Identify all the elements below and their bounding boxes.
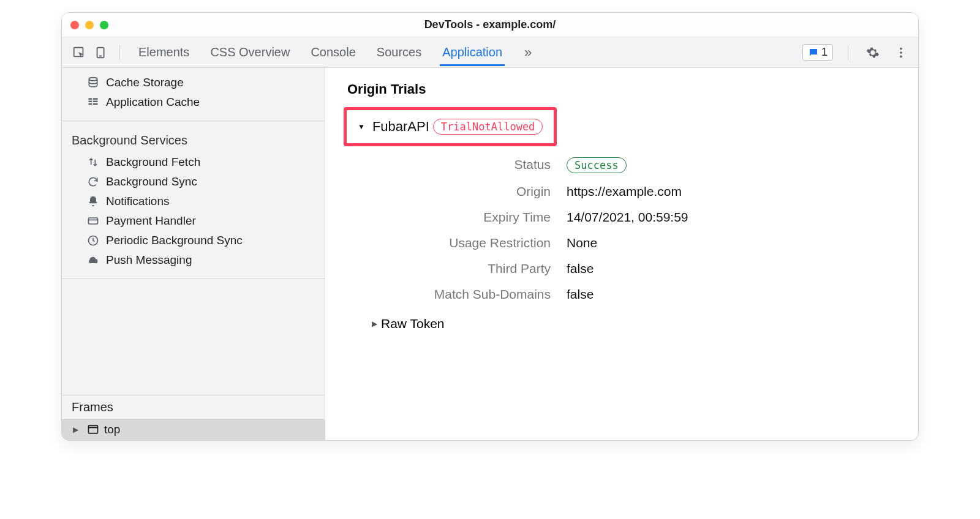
kv-val-matchsub: false (567, 287, 900, 302)
trial-status-pill: TrialNotAllowed (433, 119, 543, 135)
application-sidebar: Cache Storage Application Cache Backgrou… (62, 68, 325, 440)
sidebar-item-label: Payment Handler (106, 214, 196, 228)
window-title: DevTools - example.com/ (62, 18, 918, 31)
status-success-pill: Success (567, 157, 627, 173)
sidebar-item-label: Periodic Background Sync (106, 234, 243, 247)
sync-icon (86, 175, 100, 189)
more-tabs-chevron-icon[interactable]: » (521, 45, 535, 61)
kv-key-status: Status (361, 157, 551, 173)
kv-key-origin: Origin (361, 184, 551, 199)
clock-icon (86, 234, 100, 247)
sidebar-item-label: Notifications (106, 195, 170, 208)
svg-point-4 (900, 51, 902, 54)
traffic-lights (70, 21, 108, 29)
sidebar-item-background-sync[interactable]: Background Sync (62, 172, 325, 192)
sidebar-item-label: Cache Storage (106, 76, 184, 89)
svg-point-6 (89, 78, 97, 81)
window-frame-icon (87, 424, 99, 436)
svg-rect-10 (93, 101, 98, 103)
tab-console[interactable]: Console (308, 39, 358, 66)
device-toolbar-icon[interactable] (91, 43, 111, 62)
raw-token-row[interactable]: Raw Token (372, 316, 900, 331)
raw-token-label: Raw Token (381, 316, 445, 331)
kv-key-thirdparty: Third Party (361, 261, 551, 276)
svg-rect-13 (89, 218, 98, 224)
frame-label: top (104, 423, 120, 436)
database-icon (86, 76, 100, 89)
toolbar-right: 1 (802, 43, 911, 62)
trial-details: Status Success Origin https://example.co… (361, 157, 900, 302)
sidebar-item-label: Push Messaging (106, 253, 192, 267)
sidebar-section-frames: Frames top (62, 395, 325, 440)
svg-rect-7 (89, 98, 92, 100)
messages-badge[interactable]: 1 (802, 44, 833, 61)
origin-trials-heading: Origin Trials (347, 81, 900, 97)
kv-val-thirdparty: false (567, 261, 900, 276)
sidebar-item-application-cache[interactable]: Application Cache (62, 92, 325, 112)
svg-rect-0 (74, 47, 83, 56)
sidebar-section-background-services: Background Services Background Fetch Bac… (62, 121, 325, 279)
toolbar-divider (119, 45, 120, 60)
sidebar-item-label: Background Fetch (106, 155, 200, 169)
devtools-window: DevTools - example.com/ Elements CSS Ove… (61, 12, 919, 441)
panel-body: Cache Storage Application Cache Backgrou… (62, 68, 918, 440)
kv-val-usage: None (567, 236, 900, 250)
messages-count: 1 (821, 46, 827, 59)
window-minimize-button[interactable] (85, 21, 94, 29)
sidebar-item-cache-storage[interactable]: Cache Storage (62, 73, 325, 92)
inspect-element-icon[interactable] (69, 43, 89, 62)
sidebar-heading-background-services: Background Services (62, 129, 325, 152)
trial-highlight-box: FubarAPI TrialNotAllowed (344, 107, 557, 146)
tab-sources[interactable]: Sources (374, 39, 424, 66)
sidebar-item-label: Application Cache (106, 95, 200, 109)
application-main: Origin Trials FubarAPI TrialNotAllowed S… (325, 68, 918, 440)
sidebar-heading-frames: Frames (62, 395, 325, 419)
bell-icon (86, 195, 100, 208)
tab-application[interactable]: Application (440, 39, 505, 66)
panel-tabs: Elements CSS Overview Console Sources Ap… (136, 39, 800, 66)
toolbar-divider (848, 45, 848, 60)
credit-card-icon (86, 214, 100, 228)
kebab-menu-icon[interactable] (891, 43, 911, 62)
svg-point-3 (900, 47, 902, 50)
titlebar: DevTools - example.com/ (62, 13, 918, 37)
tab-elements[interactable]: Elements (136, 39, 192, 66)
svg-rect-8 (93, 98, 98, 100)
sidebar-item-payment-handler[interactable]: Payment Handler (62, 211, 325, 231)
tab-css-overview[interactable]: CSS Overview (208, 39, 292, 66)
kv-key-matchsub: Match Sub-Domains (361, 287, 551, 302)
window-maximize-button[interactable] (100, 21, 108, 29)
svg-rect-11 (89, 103, 92, 105)
toolbar: Elements CSS Overview Console Sources Ap… (62, 37, 918, 68)
sidebar-item-push-messaging[interactable]: Push Messaging (62, 250, 325, 270)
sidebar-item-label: Background Sync (106, 175, 197, 189)
kv-val-expiry: 14/07/2021, 00:59:59 (567, 210, 900, 225)
kv-val-origin: https://example.com (567, 184, 900, 199)
window-close-button[interactable] (70, 21, 79, 29)
kv-key-usage: Usage Restriction (361, 236, 551, 250)
sidebar-item-background-fetch[interactable]: Background Fetch (62, 152, 325, 172)
cloud-icon (86, 253, 100, 267)
svg-point-5 (900, 55, 902, 58)
sidebar-section-cache: Cache Storage Application Cache (62, 68, 325, 121)
sidebar-item-periodic-background-sync[interactable]: Periodic Background Sync (62, 231, 325, 250)
grid-icon (86, 95, 100, 109)
kv-key-expiry: Expiry Time (361, 210, 551, 225)
trial-fubarapi-row[interactable]: FubarAPI TrialNotAllowed (358, 119, 543, 135)
updown-arrows-icon (86, 155, 100, 169)
svg-rect-9 (89, 101, 92, 103)
kv-val-status: Success (567, 157, 900, 173)
svg-rect-12 (93, 103, 98, 105)
svg-rect-16 (89, 425, 98, 433)
settings-gear-icon[interactable] (863, 43, 883, 62)
frame-row-top[interactable]: top (62, 419, 325, 440)
sidebar-item-notifications[interactable]: Notifications (62, 192, 325, 211)
trial-name: FubarAPI (372, 119, 429, 135)
